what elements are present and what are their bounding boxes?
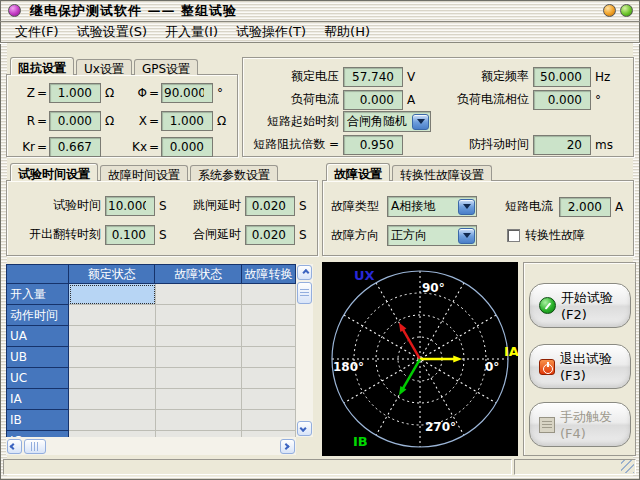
fault-direction-dropdown[interactable]: 正方向 [387,225,477,246]
r-field[interactable] [49,111,101,131]
minimize-button[interactable] [603,4,616,17]
trip-delay-field[interactable] [245,196,295,216]
z-label: Z [7,86,35,100]
timing-panel: 试验时间设置 故障时间设置 系统参数设置 试验时间 S 跳闸延时 S 开出翻转时… [6,163,318,256]
load-current-unit: A [403,93,423,107]
rated-freq-unit: Hz [591,70,610,84]
table-cell[interactable] [69,368,156,389]
short-start-dropdown[interactable]: 合闸角随机 [343,111,431,132]
menu-test-settings[interactable]: 试验设置(S) [68,22,156,42]
horizontal-scrollbar[interactable] [6,437,296,455]
kr-label: Kr [7,140,35,154]
table-cell[interactable] [242,347,296,368]
scroll-up-button[interactable] [297,265,312,280]
debounce-field[interactable] [533,135,591,155]
equals-sign: = [35,86,49,100]
fault-panel: 故障设置 转换性故障设置 故障类型 A相接地 短路电流 A 故障方向 正方向 转… [322,163,634,256]
kx-field[interactable] [161,137,213,157]
table-cell[interactable] [242,326,296,347]
menu-help[interactable]: 帮助(H) [315,22,379,42]
dropdown-arrow-button[interactable] [458,199,475,215]
short-start-value: 合闸角随机 [344,113,412,130]
table-cell[interactable] [242,410,296,431]
table-cell[interactable] [156,368,243,389]
vertical-scrollbar[interactable] [296,264,313,437]
phasor-grid [322,262,518,456]
window-menu-orb-icon[interactable] [8,4,21,17]
close-delay-label: 合闸延时 [169,226,241,243]
fault-type-label: 故障类型 [323,198,377,215]
kr-field[interactable] [49,137,101,157]
scroll-right-button[interactable] [280,439,295,454]
table-cell[interactable] [69,305,156,326]
z-unit: Ω [101,86,119,100]
table-cell[interactable] [156,389,243,410]
z-field[interactable] [49,83,101,103]
table-cell[interactable] [156,347,243,368]
resize-grip[interactable] [621,460,634,473]
short-current-field[interactable] [559,197,611,217]
table-cell[interactable] [242,305,296,326]
start-test-label: 开始试验(F2) [561,289,630,322]
table-cell-selected[interactable] [69,284,156,305]
tab-impedance-settings[interactable]: 阻抗设置 [10,57,74,75]
table-cell[interactable] [156,305,243,326]
dropdown-arrow-button[interactable] [458,228,475,244]
table-cell[interactable] [242,284,296,305]
status-bar-left [3,459,512,475]
rated-voltage-field[interactable] [343,67,403,87]
tab-fault-time-settings[interactable]: 故障时间设置 [100,165,188,181]
test-time-unit: S [155,199,169,213]
menu-test-operation[interactable]: 试验操作(T) [227,22,315,42]
chevron-down-icon [300,425,307,432]
exit-test-button[interactable]: 退出试验(F3) [529,344,631,389]
test-time-field[interactable] [105,196,155,216]
table-cell[interactable] [242,389,296,410]
menu-binary-input[interactable]: 开入量(I) [156,22,227,42]
phi-field[interactable] [161,83,213,103]
tab-gps-settings[interactable]: GPS设置 [134,59,198,75]
load-phase-field[interactable] [533,90,591,110]
dropdown-arrow-button[interactable] [412,114,429,130]
equals-sign: = [147,86,161,100]
x-field[interactable] [161,111,213,131]
tab-convert-fault-settings[interactable]: 转换性故障设置 [392,165,492,181]
column-header[interactable]: 故障状态 [155,265,242,284]
scroll-down-button[interactable] [297,421,312,436]
convert-fault-checkbox[interactable] [507,229,520,242]
scroll-left-button[interactable] [7,439,22,454]
chevron-left-icon [10,442,17,449]
table-cell[interactable] [69,389,156,410]
row-header: 动作时间 [7,305,69,326]
table-cell[interactable] [156,326,243,347]
table-cell[interactable] [69,326,156,347]
impedance-panel: 阻抗设置 Ux设置 GPS设置 Z = Ω Φ = ° R = Ω X = Ω … [6,57,238,157]
table-cell[interactable] [242,368,296,389]
table-cell[interactable] [156,410,243,431]
start-test-button[interactable]: 开始试验(F2) [529,283,631,328]
impedance-mult-field[interactable] [343,135,403,155]
close-button[interactable] [620,4,633,17]
column-header[interactable]: 额定状态 [69,265,156,284]
actions-panel: 开始试验(F2) 退出试验(F3) 手动触发(F4) [523,262,636,456]
tab-test-time-settings[interactable]: 试验时间设置 [10,163,98,181]
fault-type-dropdown[interactable]: A相接地 [387,196,477,217]
table-cell[interactable] [69,347,156,368]
table-cell[interactable] [69,410,156,431]
menu-file[interactable]: 文件(F) [6,22,68,42]
source-panel: 额定电压 V 额定频率 Hz 负荷电流 A 负荷电流相位 ° 短路起始时刻 合闸… [242,57,634,157]
horizontal-scroll-thumb[interactable] [24,439,46,454]
close-delay-field[interactable] [245,225,295,245]
output-flip-field[interactable] [105,225,155,245]
kx-label: Kx [123,140,147,154]
app-window: { "window": { "title": "继电保护测试软件 —— 整组试验… [0,0,640,480]
vertical-scroll-thumb[interactable] [297,282,312,304]
column-header[interactable]: 故障转换 [242,265,296,284]
equals-sign: = [35,140,49,154]
table-cell[interactable] [156,284,243,305]
tab-fault-settings[interactable]: 故障设置 [326,163,390,181]
tab-system-param-settings[interactable]: 系统参数设置 [190,165,278,181]
load-current-field[interactable] [343,90,403,110]
tab-ux-settings[interactable]: Ux设置 [76,59,132,75]
rated-freq-field[interactable] [533,67,591,87]
